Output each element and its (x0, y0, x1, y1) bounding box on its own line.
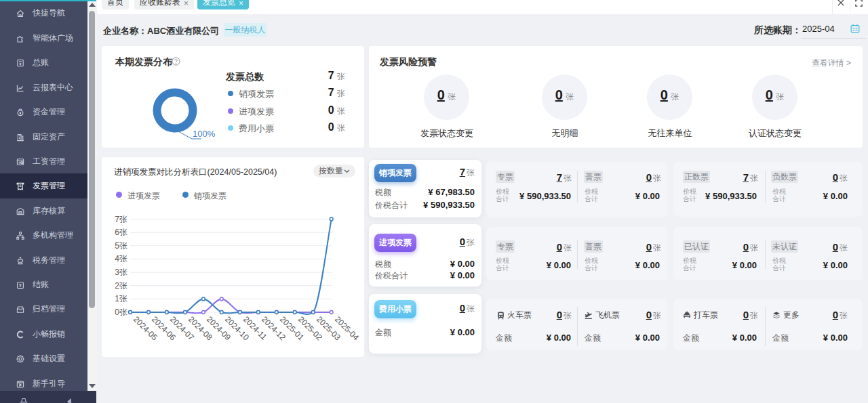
svg-text:7张: 7张 (115, 215, 127, 224)
svg-text:3张: 3张 (115, 268, 127, 277)
svg-text:4张: 4张 (115, 254, 127, 263)
svg-text:5张: 5张 (115, 241, 127, 251)
svg-text:2张: 2张 (115, 281, 127, 291)
svg-text:100%: 100% (193, 129, 216, 139)
svg-text:6张: 6张 (115, 228, 127, 237)
svg-text:0张: 0张 (115, 307, 127, 317)
svg-text:1张: 1张 (115, 294, 127, 303)
